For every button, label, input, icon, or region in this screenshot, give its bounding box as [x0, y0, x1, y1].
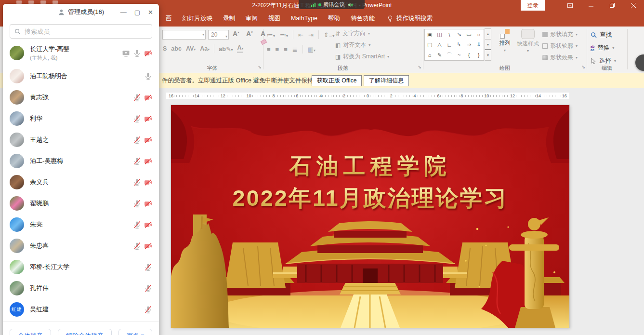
oval-icon[interactable]: ○	[474, 29, 484, 40]
mic-on-icon[interactable]	[144, 72, 152, 80]
curve-icon[interactable]: ~	[454, 50, 464, 60]
cam-muted-icon[interactable]	[144, 157, 152, 165]
right-arrow-icon[interactable]: ⇒	[464, 40, 473, 50]
numbering-icon[interactable]: ≕▾	[280, 31, 288, 39]
elbow-connector-icon[interactable]: ∟	[445, 40, 454, 50]
mic-muted-icon[interactable]	[133, 242, 141, 250]
align-text-button[interactable]: ◧对齐文本▾	[335, 41, 389, 49]
unmute-all-button[interactable]: 解除全体静音	[58, 329, 112, 335]
meeting-status-bar[interactable]: 腾讯会议	[299, 0, 365, 9]
tab-4[interactable]: 视图	[263, 11, 286, 27]
minimize-icon[interactable]	[580, 0, 602, 11]
restore-icon[interactable]	[602, 0, 623, 11]
mic-muted-icon[interactable]	[144, 263, 152, 271]
learn-more-button[interactable]: 了解详细信息	[364, 75, 409, 86]
tab-3[interactable]: 审阅	[240, 11, 263, 27]
cam-muted-icon[interactable]	[144, 115, 152, 123]
tab-5[interactable]: MathType	[286, 11, 323, 27]
down-arrow-icon[interactable]: ⇓	[474, 40, 484, 50]
elbow-arrow-icon[interactable]: ↳	[454, 40, 464, 50]
member-row[interactable]: 朱忠喜	[3, 235, 159, 256]
paragraph-dialog-launcher[interactable]: ⇘	[418, 65, 421, 69]
panel-maximize-icon[interactable]: ▢	[134, 9, 140, 16]
quick-styles-button[interactable]: 快速样式▾	[515, 29, 540, 53]
change-case-icon[interactable]: Aa▾	[200, 45, 210, 52]
member-search-box[interactable]	[10, 24, 152, 39]
mic-muted-icon[interactable]	[133, 157, 141, 165]
rectangle-icon[interactable]: ▭	[464, 29, 473, 40]
member-row[interactable]: 翟晓鹏	[3, 193, 159, 214]
cam-muted-icon[interactable]	[144, 242, 152, 250]
mic-on-icon[interactable]	[133, 49, 141, 57]
arrange-button[interactable]: 排列▾	[496, 29, 513, 53]
right-brace-icon[interactable]: }	[474, 50, 484, 60]
member-row[interactable]: 长江大学-高斐(主持人, 我)	[3, 40, 159, 66]
member-row[interactable]: 红建吴红建	[3, 299, 159, 320]
replace-button[interactable]: abac 替换▾	[591, 44, 614, 52]
ribbon-display-options-icon[interactable]	[559, 0, 580, 11]
triangle-icon[interactable]: △	[434, 40, 444, 50]
cam-muted-icon[interactable]	[144, 49, 152, 57]
highlight-color-icon[interactable]: ab✎▾	[219, 45, 233, 53]
align-center-icon[interactable]: ≡	[276, 46, 279, 53]
font-dialog-launcher[interactable]: ⇘	[258, 65, 262, 69]
signin-button[interactable]: 登录	[521, 0, 545, 11]
member-row[interactable]: 利华	[3, 108, 159, 129]
mic-muted-icon[interactable]	[144, 306, 152, 314]
text-direction-button[interactable]: ⇵文字方向▾	[335, 29, 389, 38]
vertical-textbox-icon[interactable]: ◫	[434, 29, 444, 40]
shapes-gallery[interactable]: ▣◫\↘▭○▢△∟↳⇒⇓⌂✎⌒~{}	[424, 29, 484, 61]
panel-minimize-icon[interactable]: —	[120, 9, 127, 16]
shapes-gallery-scrollbar[interactable]: ▲▼▼	[485, 29, 491, 61]
cam-muted-icon[interactable]	[144, 136, 152, 144]
more-button[interactable]: 更多 ▾	[118, 329, 152, 335]
font-color-icon[interactable]: A▾	[237, 45, 243, 53]
get-genuine-office-button[interactable]: 获取正版 Office	[312, 75, 362, 86]
tab-2[interactable]: 录制	[218, 11, 240, 27]
member-search-input[interactable]	[24, 27, 147, 36]
increase-indent-icon[interactable]: ⇥	[308, 31, 314, 39]
line-spacing-icon[interactable]: ⇕≡▾	[324, 31, 335, 39]
member-row[interactable]: 油工院杨明合	[3, 66, 159, 87]
drawing-dialog-launcher[interactable]: ⇘	[581, 65, 585, 69]
left-brace-icon[interactable]: {	[464, 50, 473, 60]
bullets-icon[interactable]: ≔▾	[267, 31, 275, 39]
text-shadow-icon[interactable]: S	[163, 45, 167, 52]
line-arrow-icon[interactable]: ↘	[454, 29, 464, 40]
tab-1[interactable]: 幻灯片放映	[177, 11, 218, 27]
mic-muted-icon[interactable]	[144, 284, 152, 293]
cam-muted-icon[interactable]	[144, 178, 152, 187]
align-right-icon[interactable]: ≡	[284, 46, 288, 53]
mic-muted-icon[interactable]	[133, 136, 141, 144]
line-icon[interactable]: \	[445, 29, 454, 40]
shape-effects-button[interactable]: 形状效果▾	[542, 54, 578, 62]
arc-icon[interactable]: ⌒	[445, 50, 454, 60]
cam-muted-icon[interactable]	[144, 200, 152, 208]
font-name-combo[interactable]: ▾	[162, 30, 206, 40]
close-icon[interactable]	[623, 0, 644, 11]
shrink-font-icon[interactable]: A▾	[246, 30, 253, 38]
rounded-rectangle-icon[interactable]: ▢	[425, 40, 434, 50]
tell-me-search[interactable]: 操作说明搜索	[387, 14, 433, 23]
shape-outline-button[interactable]: 形状轮廓▾	[542, 42, 578, 50]
member-row[interactable]: 黄志強	[3, 87, 159, 108]
freeform-icon[interactable]: ⌂	[425, 50, 434, 60]
scribble-icon[interactable]: ✎	[434, 50, 444, 60]
decrease-indent-icon[interactable]: ⇤	[298, 31, 303, 39]
textbox-icon[interactable]: ▣	[425, 29, 434, 40]
mic-muted-icon[interactable]	[133, 94, 141, 102]
tab-6[interactable]: 帮助	[323, 11, 345, 27]
shape-fill-button[interactable]: 形状填充▾	[542, 30, 578, 39]
character-spacing-icon[interactable]: AV▾	[186, 45, 196, 52]
font-size-combo[interactable]: 20▾	[208, 30, 229, 40]
member-row[interactable]: 邓桥-长江大学	[3, 256, 159, 278]
member-row[interactable]: 油工-吴惠梅	[3, 150, 159, 172]
cam-muted-icon[interactable]	[144, 221, 152, 229]
columns-icon[interactable]: ▥▾	[308, 46, 315, 53]
mute-all-button[interactable]: 全体静音	[10, 329, 51, 335]
grow-font-icon[interactable]: A▴	[233, 30, 239, 38]
panel-close-icon[interactable]: ✕	[148, 9, 153, 16]
mic-muted-icon[interactable]	[133, 200, 141, 208]
member-row[interactable]: 孔祥伟	[3, 278, 159, 299]
mic-muted-icon[interactable]	[133, 115, 141, 123]
